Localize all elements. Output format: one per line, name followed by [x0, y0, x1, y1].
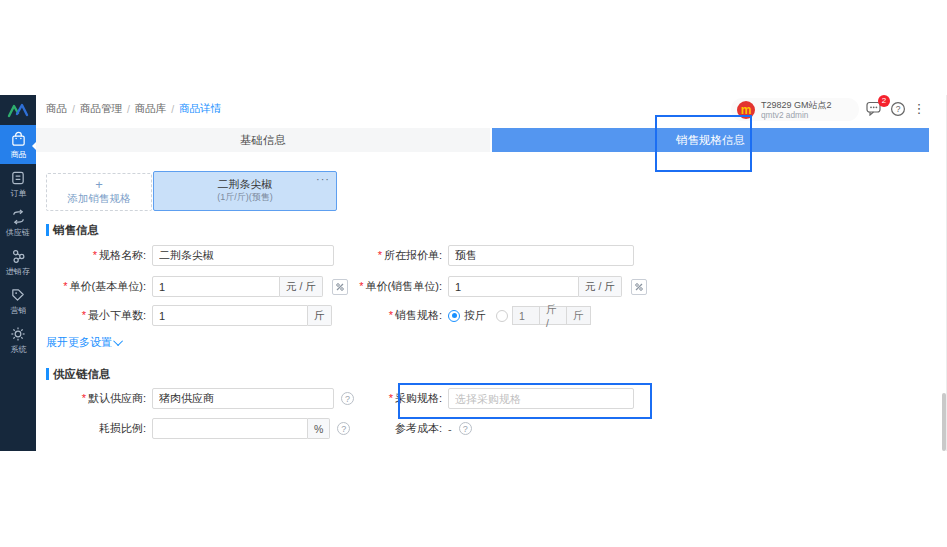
- more-options-button[interactable]: ⋮: [910, 101, 928, 117]
- user-role: qmtv2 admin: [761, 110, 826, 119]
- unit-price-sale-group: 元 / 斤: [448, 276, 622, 297]
- user-info: T29829 GM站点2 qmtv2 admin: [761, 100, 832, 120]
- info-icon[interactable]: ?: [459, 422, 472, 435]
- sidebar-item-label: 商品: [10, 149, 26, 159]
- field-label: *单价(销售单位):: [276, 279, 448, 294]
- quote-sheet-input[interactable]: [448, 245, 634, 266]
- spec-card-selected[interactable]: 二荆条尖椒 (1斤/斤)(预售) ···: [153, 171, 337, 211]
- tab-sales-spec-info[interactable]: 销售规格信息: [492, 128, 929, 152]
- app-window: 商品 订单 供应链 进销存: [0, 95, 947, 451]
- required-mark: *: [93, 249, 97, 261]
- unit-price-sale-input[interactable]: [448, 276, 579, 297]
- breadcrumb-item[interactable]: 商品: [46, 102, 67, 116]
- chevron-down-icon: [113, 336, 123, 346]
- site-name: T29829 GM站点2: [761, 100, 832, 110]
- spec-card-title: 二荆条尖椒: [154, 177, 336, 191]
- field-label: *最小下单数:: [36, 308, 152, 323]
- form-row-quote-sheet: *所在报价单:: [276, 245, 634, 266]
- field-label: *默认供应商:: [36, 391, 152, 406]
- main-panel: 商品 / 商品管理 / 商品库 / 商品详情 m T29829 GM站点2 qm…: [36, 95, 947, 451]
- field-label: 耗损比例:: [36, 421, 152, 436]
- messages-button[interactable]: 2: [866, 101, 884, 117]
- supply-chain-icon: [10, 209, 27, 225]
- sidebar-item-supply-chain[interactable]: 供应链: [0, 203, 36, 242]
- unit-price-base-input[interactable]: [152, 276, 280, 297]
- price-adjust-icon[interactable]: [631, 279, 647, 295]
- screenshot-canvas: 商品 订单 供应链 进销存: [0, 0, 947, 547]
- sidebar-item-label: 营销: [10, 305, 26, 315]
- form-row-unit-price-sale: *单价(销售单位): 元 / 斤: [276, 276, 647, 297]
- sidebar: 商品 订单 供应链 进销存: [0, 95, 36, 451]
- required-mark: *: [378, 249, 382, 261]
- required-mark: *: [389, 392, 393, 404]
- form-row-purchase-spec: *采购规格:: [276, 388, 634, 409]
- breadcrumb-current: 商品详情: [179, 102, 221, 116]
- field-label: *规格名称:: [36, 248, 152, 263]
- sidebar-item-label: 进销存: [6, 266, 30, 276]
- form-row-sales-spec: *销售规格: 按斤 1 斤 / 斤: [276, 305, 591, 326]
- sidebar-item-orders[interactable]: 订单: [0, 164, 36, 203]
- required-mark: *: [63, 280, 67, 292]
- breadcrumb-item[interactable]: 商品管理: [80, 102, 122, 116]
- required-mark: *: [82, 309, 86, 321]
- order-icon: [10, 170, 26, 186]
- notification-badge: 2: [878, 95, 890, 107]
- expand-more-settings-link[interactable]: 展开更多设置: [46, 335, 123, 350]
- breadcrumb-separator: /: [72, 103, 75, 115]
- sidebar-item-label: 订单: [10, 188, 26, 198]
- sidebar-item-marketing[interactable]: 营销: [0, 281, 36, 320]
- field-label: *单价(基本单位):: [36, 279, 152, 294]
- user-menu[interactable]: m T29829 GM站点2 qmtv2 admin: [731, 98, 859, 121]
- gear-icon: [10, 326, 26, 342]
- required-mark: *: [359, 280, 363, 292]
- custom-qty-input[interactable]: 1: [512, 306, 540, 325]
- add-sales-spec-button[interactable]: + 添加销售规格: [46, 173, 152, 211]
- marketing-tag-icon: [10, 287, 26, 303]
- unit-addon: 元 / 斤: [579, 276, 622, 297]
- add-sales-spec-label: 添加销售规格: [47, 192, 151, 205]
- radio-custom-spec[interactable]: [496, 310, 508, 322]
- tab-basic-info[interactable]: 基础信息: [36, 128, 490, 152]
- breadcrumb-separator: /: [171, 103, 174, 115]
- sidebar-item-inventory[interactable]: 进销存: [0, 242, 36, 281]
- bag-icon: [10, 131, 27, 147]
- sidebar-item-label: 供应链: [6, 227, 30, 237]
- section-title-sales-info: 销售信息: [46, 223, 99, 238]
- field-label: *所在报价单:: [276, 248, 448, 263]
- sidebar-item-system[interactable]: 系统: [0, 320, 36, 359]
- avatar: m: [737, 101, 755, 119]
- field-label: *销售规格:: [276, 308, 448, 323]
- sidebar-item-label: 系统: [10, 344, 26, 354]
- section-title-supply-chain: 供应链信息: [46, 367, 111, 382]
- sidebar-item-products[interactable]: 商品: [0, 125, 36, 164]
- radio-by-jin[interactable]: [448, 310, 460, 322]
- plus-icon: +: [47, 177, 151, 192]
- field-label: *采购规格:: [276, 391, 448, 406]
- form-row-ref-cost: 参考成本: - ?: [276, 418, 472, 439]
- purchase-spec-input[interactable]: [448, 388, 634, 409]
- spec-card-more-icon[interactable]: ···: [316, 173, 330, 185]
- required-mark: *: [82, 392, 86, 404]
- custom-unit2-box: 斤: [567, 306, 591, 325]
- scrollbar-thumb[interactable]: [942, 393, 946, 451]
- custom-unit1-box: 斤 /: [540, 306, 567, 325]
- field-label: 参考成本:: [276, 421, 448, 436]
- app-logo-icon: [0, 95, 36, 125]
- svg-text:?: ?: [896, 104, 901, 114]
- ref-cost-value: -: [448, 423, 452, 435]
- breadcrumb-item[interactable]: 商品库: [135, 102, 167, 116]
- breadcrumb: 商品 / 商品管理 / 商品库 / 商品详情: [46, 102, 221, 116]
- required-mark: *: [389, 309, 393, 321]
- help-button[interactable]: ?: [890, 101, 908, 117]
- breadcrumb-separator: /: [127, 103, 130, 115]
- radio-by-jin-label: 按斤: [464, 308, 486, 323]
- spec-card-subtitle: (1斤/斤)(预售): [154, 191, 336, 204]
- inventory-icon: [10, 248, 27, 264]
